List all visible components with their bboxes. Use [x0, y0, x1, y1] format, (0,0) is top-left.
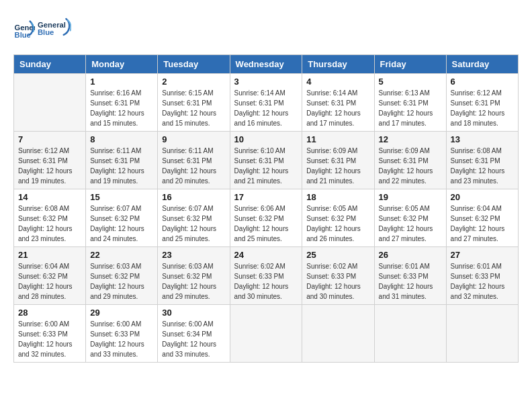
day-header-saturday: Saturday: [446, 55, 518, 74]
calendar-cell: [302, 305, 374, 363]
calendar-week-4: 21Sunrise: 6:04 AMSunset: 6:32 PMDayligh…: [14, 247, 519, 305]
calendar-week-2: 7Sunrise: 6:12 AMSunset: 6:31 PMDaylight…: [14, 132, 519, 189]
calendar-cell: 23Sunrise: 6:03 AMSunset: 6:32 PMDayligh…: [158, 247, 230, 305]
calendar-cell: 24Sunrise: 6:02 AMSunset: 6:33 PMDayligh…: [230, 247, 302, 305]
svg-text:Blue: Blue: [38, 28, 54, 36]
day-info: Sunrise: 6:09 AMSunset: 6:31 PMDaylight:…: [379, 146, 442, 186]
day-info: Sunrise: 6:01 AMSunset: 6:33 PMDaylight:…: [379, 261, 442, 302]
calendar-cell: 8Sunrise: 6:11 AMSunset: 6:31 PMDaylight…: [86, 132, 158, 189]
calendar-week-3: 14Sunrise: 6:08 AMSunset: 6:32 PMDayligh…: [14, 189, 519, 247]
day-number: 14: [18, 192, 81, 202]
calendar-cell: [446, 305, 518, 363]
day-info: Sunrise: 6:00 AMSunset: 6:34 PMDaylight:…: [162, 319, 225, 359]
calendar-cell: [374, 305, 446, 363]
day-info: Sunrise: 6:04 AMSunset: 6:32 PMDaylight:…: [451, 203, 514, 244]
day-header-wednesday: Wednesday: [230, 55, 302, 74]
day-number: 7: [18, 134, 81, 144]
calendar-week-5: 28Sunrise: 6:00 AMSunset: 6:33 PMDayligh…: [14, 305, 519, 363]
page-header: General Blue General Blue: [13, 13, 519, 44]
day-number: 30: [162, 308, 225, 318]
calendar-cell: 28Sunrise: 6:00 AMSunset: 6:33 PMDayligh…: [14, 305, 86, 363]
day-info: Sunrise: 6:14 AMSunset: 6:31 PMDaylight:…: [234, 88, 298, 128]
calendar-cell: 9Sunrise: 6:11 AMSunset: 6:31 PMDaylight…: [158, 132, 230, 189]
general-blue-logo: General Blue: [38, 13, 71, 44]
calendar-header-row: SundayMondayTuesdayWednesdayThursdayFrid…: [14, 55, 519, 74]
day-header-thursday: Thursday: [302, 55, 374, 74]
day-info: Sunrise: 6:08 AMSunset: 6:31 PMDaylight:…: [451, 146, 514, 186]
calendar-cell: 26Sunrise: 6:01 AMSunset: 6:33 PMDayligh…: [374, 247, 446, 305]
calendar-cell: 21Sunrise: 6:04 AMSunset: 6:32 PMDayligh…: [14, 247, 86, 305]
svg-text:General: General: [38, 21, 66, 29]
day-number: 5: [379, 77, 442, 87]
day-number: 15: [90, 192, 153, 202]
day-number: 21: [18, 250, 81, 260]
day-number: 18: [306, 192, 369, 202]
day-number: 20: [451, 192, 514, 202]
calendar-cell: 25Sunrise: 6:02 AMSunset: 6:33 PMDayligh…: [302, 247, 374, 305]
calendar-cell: 1Sunrise: 6:16 AMSunset: 6:31 PMDaylight…: [86, 74, 158, 132]
day-number: 11: [306, 134, 369, 144]
day-number: 3: [234, 77, 298, 87]
day-number: 13: [451, 134, 514, 144]
day-number: 27: [451, 250, 514, 260]
day-info: Sunrise: 6:07 AMSunset: 6:32 PMDaylight:…: [90, 203, 153, 244]
calendar-cell: 5Sunrise: 6:13 AMSunset: 6:31 PMDaylight…: [374, 74, 446, 132]
day-info: Sunrise: 6:05 AMSunset: 6:32 PMDaylight:…: [379, 203, 442, 244]
calendar-cell: 11Sunrise: 6:09 AMSunset: 6:31 PMDayligh…: [302, 132, 374, 189]
day-info: Sunrise: 6:04 AMSunset: 6:32 PMDaylight:…: [18, 261, 81, 302]
day-info: Sunrise: 6:14 AMSunset: 6:31 PMDaylight:…: [306, 88, 369, 128]
day-info: Sunrise: 6:11 AMSunset: 6:31 PMDaylight:…: [90, 146, 153, 186]
calendar-cell: 17Sunrise: 6:06 AMSunset: 6:32 PMDayligh…: [230, 189, 302, 247]
day-info: Sunrise: 6:06 AMSunset: 6:32 PMDaylight:…: [234, 203, 298, 244]
day-info: Sunrise: 6:02 AMSunset: 6:33 PMDaylight:…: [234, 261, 298, 302]
day-info: Sunrise: 6:12 AMSunset: 6:31 PMDaylight:…: [451, 88, 514, 128]
day-number: 19: [379, 192, 442, 202]
day-info: Sunrise: 6:13 AMSunset: 6:31 PMDaylight:…: [379, 88, 442, 128]
calendar-cell: 22Sunrise: 6:03 AMSunset: 6:32 PMDayligh…: [86, 247, 158, 305]
calendar-cell: 19Sunrise: 6:05 AMSunset: 6:32 PMDayligh…: [374, 189, 446, 247]
day-number: 29: [90, 308, 153, 318]
day-info: Sunrise: 6:00 AMSunset: 6:33 PMDaylight:…: [18, 319, 81, 359]
calendar-table: SundayMondayTuesdayWednesdayThursdayFrid…: [13, 54, 519, 363]
logo-icon: General Blue: [13, 18, 35, 40]
day-number: 6: [451, 77, 514, 87]
day-info: Sunrise: 6:02 AMSunset: 6:33 PMDaylight:…: [306, 261, 369, 302]
calendar-cell: 29Sunrise: 6:00 AMSunset: 6:33 PMDayligh…: [86, 305, 158, 363]
day-info: Sunrise: 6:11 AMSunset: 6:31 PMDaylight:…: [162, 146, 225, 186]
calendar-cell: 14Sunrise: 6:08 AMSunset: 6:32 PMDayligh…: [14, 189, 86, 247]
day-info: Sunrise: 6:00 AMSunset: 6:33 PMDaylight:…: [90, 319, 153, 359]
logo: General Blue General Blue: [13, 13, 71, 44]
day-info: Sunrise: 6:03 AMSunset: 6:32 PMDaylight:…: [90, 261, 153, 302]
calendar-cell: 16Sunrise: 6:07 AMSunset: 6:32 PMDayligh…: [158, 189, 230, 247]
calendar-week-1: 1Sunrise: 6:16 AMSunset: 6:31 PMDaylight…: [14, 74, 519, 132]
day-info: Sunrise: 6:16 AMSunset: 6:31 PMDaylight:…: [90, 88, 153, 128]
day-number: 8: [90, 134, 153, 144]
day-number: 23: [162, 250, 225, 260]
day-info: Sunrise: 6:08 AMSunset: 6:32 PMDaylight:…: [18, 203, 81, 244]
day-number: 25: [306, 250, 369, 260]
day-info: Sunrise: 6:15 AMSunset: 6:31 PMDaylight:…: [162, 88, 225, 128]
day-number: 28: [18, 308, 81, 318]
calendar-cell: 15Sunrise: 6:07 AMSunset: 6:32 PMDayligh…: [86, 189, 158, 247]
calendar-cell: 4Sunrise: 6:14 AMSunset: 6:31 PMDaylight…: [302, 74, 374, 132]
day-info: Sunrise: 6:09 AMSunset: 6:31 PMDaylight:…: [306, 146, 369, 186]
day-number: 26: [379, 250, 442, 260]
day-number: 22: [90, 250, 153, 260]
day-number: 2: [162, 77, 225, 87]
calendar-cell: 7Sunrise: 6:12 AMSunset: 6:31 PMDaylight…: [14, 132, 86, 189]
day-number: 24: [234, 250, 298, 260]
calendar-cell: 20Sunrise: 6:04 AMSunset: 6:32 PMDayligh…: [446, 189, 518, 247]
calendar-cell: 6Sunrise: 6:12 AMSunset: 6:31 PMDaylight…: [446, 74, 518, 132]
day-number: 10: [234, 134, 298, 144]
day-header-sunday: Sunday: [14, 55, 86, 74]
calendar-cell: 13Sunrise: 6:08 AMSunset: 6:31 PMDayligh…: [446, 132, 518, 189]
day-info: Sunrise: 6:01 AMSunset: 6:33 PMDaylight:…: [451, 261, 514, 302]
day-header-friday: Friday: [374, 55, 446, 74]
day-number: 4: [306, 77, 369, 87]
calendar-cell: 30Sunrise: 6:00 AMSunset: 6:34 PMDayligh…: [158, 305, 230, 363]
day-number: 17: [234, 192, 298, 202]
day-info: Sunrise: 6:12 AMSunset: 6:31 PMDaylight:…: [18, 146, 81, 186]
day-header-monday: Monday: [86, 55, 158, 74]
calendar-cell: 12Sunrise: 6:09 AMSunset: 6:31 PMDayligh…: [374, 132, 446, 189]
calendar-cell: [230, 305, 302, 363]
